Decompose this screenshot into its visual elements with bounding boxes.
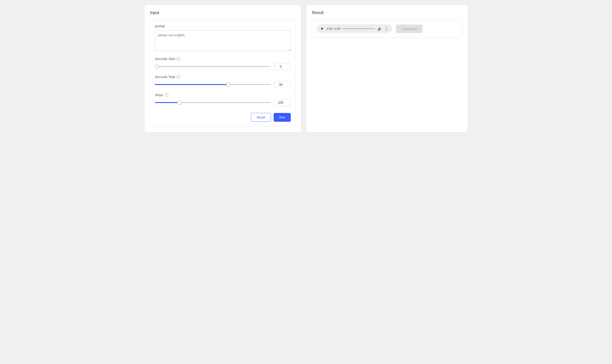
seconds-start-row [155, 63, 291, 70]
input-panel: Input prompt Seconds Start i [144, 5, 301, 132]
steps-row [155, 99, 291, 106]
input-inner-card: prompt Seconds Start i Sec [150, 19, 296, 127]
result-panel-title: Result [312, 10, 462, 15]
audio-row: 0:00 / 0:00 🔊 ⋮ Download [317, 24, 457, 33]
steps-info-icon: i [165, 93, 168, 97]
play-button[interactable] [320, 27, 324, 30]
seconds-start-slider-wrapper [155, 64, 271, 69]
steps-slider-wrapper [155, 100, 271, 105]
steps-slider[interactable] [155, 102, 271, 103]
seconds-total-input[interactable] [274, 81, 291, 88]
seconds-total-slider[interactable] [155, 84, 271, 85]
steps-section: Steps i [155, 93, 291, 106]
reset-button[interactable]: Reset [251, 113, 271, 122]
seconds-start-info-icon: i [177, 57, 180, 61]
prompt-section: prompt [155, 24, 291, 52]
download-button[interactable]: Download [396, 25, 423, 33]
progress-track [343, 28, 375, 29]
svg-marker-0 [321, 27, 324, 30]
prompt-label: prompt [155, 24, 291, 28]
seconds-start-input[interactable] [274, 63, 291, 70]
result-panel: Result 0:00 / 0:00 🔊 ⋮ Down [306, 5, 468, 132]
seconds-total-row [155, 81, 291, 88]
seconds-total-info-icon: i [177, 75, 180, 79]
prompt-textarea[interactable] [155, 30, 291, 51]
seconds-total-label: Seconds Total i [155, 75, 291, 79]
seconds-start-label: Seconds Start i [155, 57, 291, 61]
steps-input[interactable] [274, 99, 291, 106]
time-display: 0:00 / 0:00 [326, 27, 340, 30]
result-inner-card: 0:00 / 0:00 🔊 ⋮ Download [312, 19, 462, 38]
steps-label: Steps i [155, 93, 291, 97]
run-button[interactable]: Run [274, 113, 291, 122]
seconds-total-section: Seconds Total i [155, 75, 291, 88]
play-icon [320, 27, 324, 30]
volume-icon[interactable]: 🔊 [377, 26, 382, 31]
seconds-start-slider[interactable] [155, 66, 271, 67]
button-row: Reset Run [155, 113, 291, 122]
seconds-start-section: Seconds Start i [155, 57, 291, 70]
audio-player: 0:00 / 0:00 🔊 ⋮ [317, 24, 392, 33]
input-panel-title: Input [150, 10, 296, 15]
more-options-icon[interactable]: ⋮ [384, 26, 388, 31]
seconds-total-slider-wrapper [155, 82, 271, 87]
